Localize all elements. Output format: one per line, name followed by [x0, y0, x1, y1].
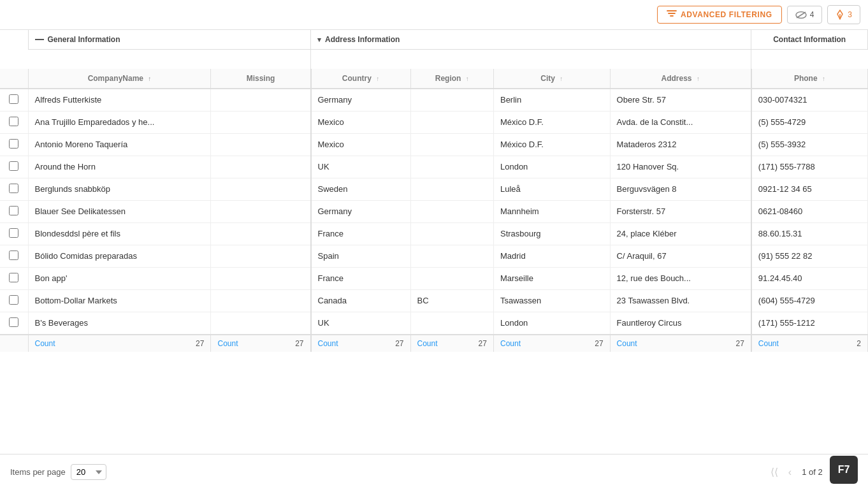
count-label-region[interactable]: Count	[417, 339, 438, 348]
row-checkbox[interactable]	[9, 117, 18, 126]
table-row: Antonio Moreno TaqueríaMexicoMéxico D.F.…	[0, 133, 868, 156]
cell-companyname: Bólido Comidas preparadas	[28, 245, 211, 267]
count-label-phone[interactable]: Count	[758, 339, 779, 348]
table-row: Bólido Comidas preparadasSpainMadridC/ A…	[0, 245, 868, 267]
f7-badge: F7	[830, 456, 858, 484]
advanced-filter-label: ADVANCED FILTERING	[681, 10, 772, 19]
cell-region	[410, 245, 493, 267]
table-row: Blauer See DelikatessenGermanyMannheimFo…	[0, 200, 868, 222]
table-footer: Count 27 Count 27 Count 27 Count 27 Coun…	[0, 335, 868, 352]
table-row: Blondesddsl père et filsFranceStrasbourg…	[0, 222, 868, 245]
table-body: Alfreds FutterkisteGermanyBerlinObere St…	[0, 89, 868, 335]
cell-companyname: Blondesddsl père et fils	[28, 222, 211, 245]
col-header-country[interactable]: Country ↑	[311, 69, 411, 89]
cell-address: 24, place Kléber	[610, 222, 751, 245]
items-per-page-control: Items per page 10 20 50 100	[10, 464, 106, 480]
cell-missing	[211, 222, 311, 245]
cell-country: Sweden	[311, 178, 411, 200]
count-value-city: 27	[595, 339, 603, 348]
cell-phone: (171) 555-1212	[751, 312, 868, 335]
count-label-country[interactable]: Count	[318, 339, 338, 348]
footer: Items per page 10 20 50 100 ⟨⟨ ‹ 1 of 2 …	[0, 454, 868, 490]
table-container: General Information ▾ Address Informatio…	[0, 30, 868, 454]
cell-companyname: Alfreds Futterkiste	[28, 89, 211, 112]
count-cell-missing: Count 27	[211, 335, 311, 352]
cell-phone: (604) 555-4729	[751, 289, 868, 312]
count-cell-city: Count 27	[493, 335, 610, 352]
advanced-filter-button[interactable]: ADVANCED FILTERING	[657, 6, 782, 24]
prev-page-button[interactable]: ‹	[785, 464, 795, 481]
row-checkbox[interactable]	[9, 273, 18, 282]
cell-city: London	[493, 312, 610, 335]
cell-city: Mannheim	[493, 200, 610, 222]
row-checkbox[interactable]	[9, 228, 18, 238]
cell-country: UK	[311, 156, 411, 178]
cell-address: Obere Str. 57	[610, 89, 751, 112]
count-row: Count 27 Count 27 Count 27 Count 27 Coun…	[0, 335, 868, 352]
cell-country: Mexico	[311, 133, 411, 156]
filter-icon	[667, 10, 677, 19]
cell-country: Spain	[311, 245, 411, 267]
pinned-columns-button[interactable]: 3	[827, 5, 860, 24]
cell-companyname: Around the Horn	[28, 156, 211, 178]
count-label-missing[interactable]: Count	[217, 339, 238, 348]
cell-missing	[211, 156, 311, 178]
cell-companyname: Antonio Moreno Taquería	[28, 133, 211, 156]
cell-missing	[211, 289, 311, 312]
cell-address: 12, rue des Bouch...	[610, 267, 751, 289]
row-checkbox[interactable]	[9, 251, 18, 260]
count-cell-country: Count 27	[311, 335, 411, 352]
col-header-address[interactable]: Address ↑	[610, 69, 751, 89]
hidden-columns-button[interactable]: 4	[787, 6, 823, 24]
sort-region-icon[interactable]: ↑	[466, 75, 469, 82]
cell-companyname: Ana Trujillo Emparedados y he...	[28, 111, 211, 133]
first-page-button[interactable]: ⟨⟨	[767, 463, 782, 481]
col-header-missing[interactable]: Missing	[211, 69, 311, 89]
cell-region: BC	[410, 289, 493, 312]
items-per-page-select[interactable]: 10 20 50 100	[71, 464, 106, 480]
row-checkbox[interactable]	[9, 184, 18, 193]
count-label-companyname[interactable]: Count	[35, 339, 55, 348]
col-header-phone[interactable]: Phone ↑	[751, 69, 868, 89]
col-header-city[interactable]: City ↑	[493, 69, 610, 89]
cell-city: México D.F.	[493, 133, 610, 156]
sort-address-icon[interactable]: ↑	[697, 75, 700, 82]
cell-region	[410, 267, 493, 289]
hidden-icon	[795, 11, 807, 19]
cell-missing	[211, 200, 311, 222]
count-label-city[interactable]: Count	[500, 339, 521, 348]
cell-region	[410, 156, 493, 178]
table-row: Bottom-Dollar MarketsCanadaBCTsawassen23…	[0, 289, 868, 312]
cell-country: Germany	[311, 89, 411, 112]
row-checkbox[interactable]	[9, 206, 18, 215]
column-header-row: CompanyName ↑ Missing Country ↑ Region ↑…	[0, 69, 868, 89]
cell-phone: (5) 555-4729	[751, 111, 868, 133]
cell-address: Forsterstr. 57	[610, 200, 751, 222]
data-table: General Information ▾ Address Informatio…	[0, 30, 868, 352]
sort-country-icon[interactable]: ↑	[376, 75, 379, 82]
group-contact-label: Contact Information	[773, 35, 846, 44]
count-value-phone: 2	[857, 339, 861, 348]
cell-country: UK	[311, 312, 411, 335]
sort-phone-icon[interactable]: ↑	[822, 75, 825, 82]
sort-city-icon[interactable]: ↑	[560, 75, 563, 82]
row-checkbox[interactable]	[9, 94, 18, 104]
collapse-address-icon[interactable]: ▾	[317, 36, 321, 44]
cell-missing	[211, 111, 311, 133]
col-header-companyname[interactable]: CompanyName ↑	[28, 69, 211, 89]
col-header-region[interactable]: Region ↑	[410, 69, 493, 89]
row-checkbox[interactable]	[9, 317, 18, 327]
row-checkbox[interactable]	[9, 161, 18, 171]
row-checkbox[interactable]	[9, 139, 18, 149]
sort-companyname-icon[interactable]: ↑	[148, 75, 151, 82]
table-row: Alfreds FutterkisteGermanyBerlinObere St…	[0, 89, 868, 112]
cell-phone: (91) 555 22 82	[751, 245, 868, 267]
cell-city: Berlin	[493, 89, 610, 112]
count-label-address[interactable]: Count	[617, 339, 637, 348]
cell-address: Avda. de la Constit...	[610, 111, 751, 133]
checkbox-col-header	[0, 30, 28, 50]
collapse-general-icon[interactable]	[35, 39, 44, 40]
row-checkbox[interactable]	[9, 295, 18, 305]
items-per-page-label: Items per page	[10, 467, 66, 477]
cell-missing	[211, 245, 311, 267]
